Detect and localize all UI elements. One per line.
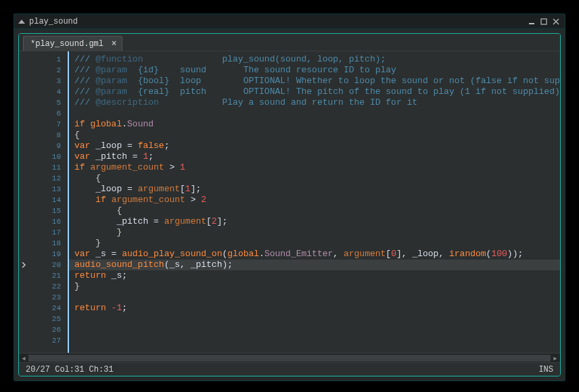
code-line[interactable]: if global.Sound <box>74 119 560 130</box>
scroll-right-icon[interactable]: ▸ <box>551 353 560 363</box>
cursor-position: 20/27 Col:31 Ch:31 <box>26 365 114 374</box>
code-line[interactable]: if argument_count > 1 <box>74 162 560 173</box>
code-editor[interactable]: 1234567891011121314151617181920212223242… <box>19 51 560 353</box>
statusbar: 20/27 Col:31 Ch:31 INS <box>19 362 560 376</box>
line-number: 22 <box>19 281 68 292</box>
code-line[interactable]: if argument_count > 2 <box>74 195 560 205</box>
code-line[interactable]: /// @description Play a sound and return… <box>74 97 560 108</box>
line-number: 23 <box>19 292 68 303</box>
code-line[interactable]: } <box>74 238 560 249</box>
line-number: 10 <box>19 151 68 162</box>
gutter: 1234567891011121314151617181920212223242… <box>19 51 69 353</box>
horizontal-scrollbar[interactable]: ◂ ▸ <box>19 353 560 362</box>
tab-close-icon[interactable]: × <box>110 39 118 49</box>
line-number: 4 <box>19 87 68 97</box>
line-number: 16 <box>19 216 68 227</box>
tab-label: *play_sound.gml <box>30 39 103 49</box>
editor-window: play_sound *play_sound.gml × 12345678910… <box>14 14 565 381</box>
line-number: 3 <box>19 76 68 87</box>
scroll-left-icon[interactable]: ◂ <box>19 353 28 363</box>
file-tab[interactable]: *play_sound.gml × <box>23 36 122 51</box>
code-line[interactable] <box>74 335 560 346</box>
line-number: 2 <box>19 65 68 76</box>
editor-panel: *play_sound.gml × 1234567891011121314151… <box>18 33 561 376</box>
code-line[interactable]: _loop = argument[1]; <box>74 184 560 195</box>
code-line[interactable]: var _pitch = 1; <box>74 151 560 162</box>
line-number: 9 <box>19 141 68 151</box>
code-line[interactable]: /// @param {real} pitch OPTIONAL! The pi… <box>74 87 560 97</box>
code-line[interactable]: { <box>74 205 560 216</box>
code-line[interactable] <box>74 324 560 335</box>
line-number: 8 <box>19 130 68 141</box>
close-button[interactable] <box>551 17 561 26</box>
minimize-button[interactable] <box>527 17 536 26</box>
scrollbar-track[interactable] <box>28 355 551 362</box>
line-number: 12 <box>19 173 68 184</box>
code-line[interactable]: { <box>74 173 560 184</box>
tabbar: *play_sound.gml × <box>19 34 560 51</box>
line-number: 15 <box>19 205 68 216</box>
line-number: 27 <box>19 335 68 346</box>
line-number: 25 <box>19 314 68 324</box>
code-line[interactable]: var _loop = false; <box>74 141 560 151</box>
maximize-button[interactable] <box>539 17 549 26</box>
code-line[interactable]: /// @param {bool} loop OPTIONAL! Whether… <box>74 76 560 87</box>
code-line[interactable] <box>74 314 560 324</box>
code-line[interactable]: /// @function play_sound(sound, loop, pi… <box>74 54 560 65</box>
line-number: 18 <box>19 238 68 249</box>
line-number: 5 <box>19 97 68 108</box>
svg-rect-1 <box>541 19 547 24</box>
app-icon <box>18 20 25 24</box>
code-line[interactable]: var _s = audio_play_sound_on(global.Soun… <box>74 249 560 260</box>
code-line[interactable] <box>74 292 560 303</box>
code-line[interactable]: return _s; <box>74 270 560 281</box>
line-number: 13 <box>19 184 68 195</box>
code-line[interactable]: } <box>74 281 560 292</box>
line-number: 6 <box>19 108 68 119</box>
code-area[interactable]: /// @function play_sound(sound, loop, pi… <box>69 51 560 353</box>
line-number: 14 <box>19 195 68 205</box>
scrollbar-thumb[interactable] <box>28 355 551 362</box>
line-number: 17 <box>19 227 68 238</box>
svg-rect-0 <box>529 23 534 24</box>
code-line[interactable]: /// @param {id} sound The sound resource… <box>74 65 560 76</box>
code-line[interactable]: audio_sound_pitch(_s, _pitch); <box>69 260 560 270</box>
current-line-marker-icon <box>20 262 27 268</box>
code-line[interactable]: _pitch = argument[2]; <box>74 216 560 227</box>
line-number: 19 <box>19 249 68 260</box>
line-number: 11 <box>19 162 68 173</box>
code-line[interactable]: { <box>74 130 560 141</box>
window-title: play_sound <box>29 17 78 26</box>
line-number: 21 <box>19 270 68 281</box>
code-line[interactable] <box>74 108 560 119</box>
line-number: 26 <box>19 324 68 335</box>
code-line[interactable]: return -1; <box>74 303 560 314</box>
titlebar[interactable]: play_sound <box>14 14 565 29</box>
line-number: 24 <box>19 303 68 314</box>
code-line[interactable]: } <box>74 227 560 238</box>
line-number: 7 <box>19 119 68 130</box>
line-number: 1 <box>19 54 68 65</box>
insert-mode: INS <box>538 365 553 374</box>
